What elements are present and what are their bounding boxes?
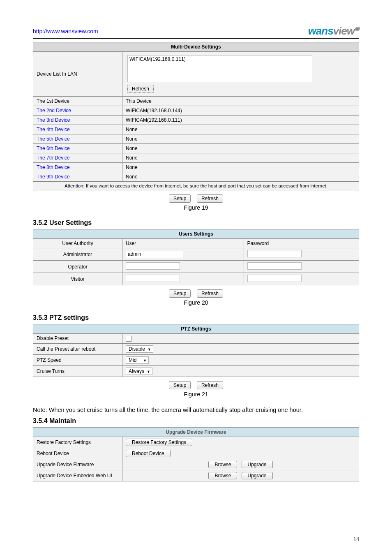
- ptz-table: PTZ Settings Disable Preset Call the Pre…: [33, 324, 359, 377]
- device-row-name: The 1st Device: [33, 97, 122, 106]
- figure-label: Figure 20: [33, 299, 359, 306]
- page-number: 14: [353, 536, 359, 543]
- figure-label: Figure 21: [33, 391, 359, 398]
- device-row-value: WIFICAM(192.168.0.111): [122, 116, 359, 125]
- users-title: Users Settings: [33, 229, 359, 239]
- device-row-value: None: [122, 172, 359, 182]
- header-link[interactable]: http://www.wansview.com: [33, 28, 98, 35]
- device-list-box[interactable]: WIFICAM(192.168.0.111): [127, 55, 312, 82]
- figure-label: Figure 19: [33, 204, 359, 211]
- users-table: Users Settings User Authority User Passw…: [33, 229, 359, 285]
- refresh-list-button[interactable]: Refresh: [127, 85, 154, 93]
- user-field[interactable]: admin: [126, 251, 183, 258]
- cruise-turns-select[interactable]: Always▼: [126, 368, 152, 375]
- device-row-value: WIFICAM(192.168.0.144): [122, 106, 359, 116]
- attention-text: Attention: If you want to access the dev…: [33, 182, 359, 190]
- device-list-label: Device List In LAN: [33, 52, 122, 97]
- logo: wansview◉: [308, 25, 359, 37]
- device-row-value: This Device: [122, 97, 359, 106]
- device-row-value: None: [122, 153, 359, 163]
- refresh-button[interactable]: Refresh: [197, 381, 223, 389]
- device-row-name[interactable]: The 2nd Device: [33, 106, 122, 116]
- device-row-name[interactable]: The 9th Device: [33, 172, 122, 182]
- section-maintain: 3.5.4 Maintain: [33, 417, 359, 425]
- setup-button[interactable]: Setup: [169, 289, 191, 298]
- chevron-down-icon: ▼: [147, 370, 150, 374]
- multi-device-table: Multi-Device Settings Device List In LAN…: [33, 42, 359, 190]
- password-field[interactable]: [247, 262, 302, 270]
- chevron-down-icon: ▼: [148, 347, 151, 352]
- device-row-name[interactable]: The 8th Device: [33, 163, 122, 172]
- section-user-settings: 3.5.2 User Settings: [33, 219, 359, 227]
- device-row-name[interactable]: The 3rd Device: [33, 116, 122, 125]
- refresh-button[interactable]: Refresh: [197, 194, 223, 203]
- maintain-table: Upgrade Device Firmware Restore Factory …: [33, 427, 359, 481]
- device-row-name[interactable]: The 5th Device: [33, 134, 122, 144]
- setup-button[interactable]: Setup: [169, 381, 191, 389]
- user-field[interactable]: [126, 262, 180, 270]
- chevron-down-icon: ▼: [143, 358, 147, 363]
- restore-factory-button[interactable]: Restore Factory Settings: [126, 439, 192, 446]
- password-field[interactable]: [247, 250, 302, 257]
- user-field[interactable]: [126, 275, 180, 282]
- device-row-name[interactable]: The 4th Device: [33, 125, 122, 134]
- browse-button[interactable]: Browse: [208, 472, 237, 479]
- upgrade-button[interactable]: Upgrade: [242, 472, 273, 479]
- device-row-name[interactable]: The 6th Device: [33, 144, 122, 153]
- refresh-button[interactable]: Refresh: [197, 289, 223, 298]
- disable-preset-checkbox[interactable]: [126, 336, 131, 342]
- upgrade-button[interactable]: Upgrade: [242, 461, 273, 468]
- device-row-value: None: [122, 125, 359, 134]
- password-field[interactable]: [247, 275, 302, 282]
- ptz-note: Note: When you set cruise turns all the …: [33, 406, 359, 415]
- device-row-name[interactable]: The 7th Device: [33, 153, 122, 163]
- ptz-title: PTZ Settings: [33, 324, 359, 334]
- browse-button[interactable]: Browse: [208, 461, 237, 468]
- section-ptz: 3.5.3 PTZ settings: [33, 314, 359, 321]
- device-row-value: None: [122, 163, 359, 172]
- ptz-speed-select[interactable]: Mid ▼: [126, 356, 149, 364]
- maintain-title: Upgrade Device Firmware: [33, 427, 359, 437]
- multi-device-title: Multi-Device Settings: [33, 42, 359, 52]
- setup-button[interactable]: Setup: [169, 194, 191, 203]
- reboot-device-button[interactable]: Reboot Device: [126, 450, 171, 457]
- device-row-value: None: [122, 134, 359, 144]
- device-row-value: None: [122, 144, 359, 153]
- preset-after-reboot-select[interactable]: Disable▼: [126, 345, 153, 353]
